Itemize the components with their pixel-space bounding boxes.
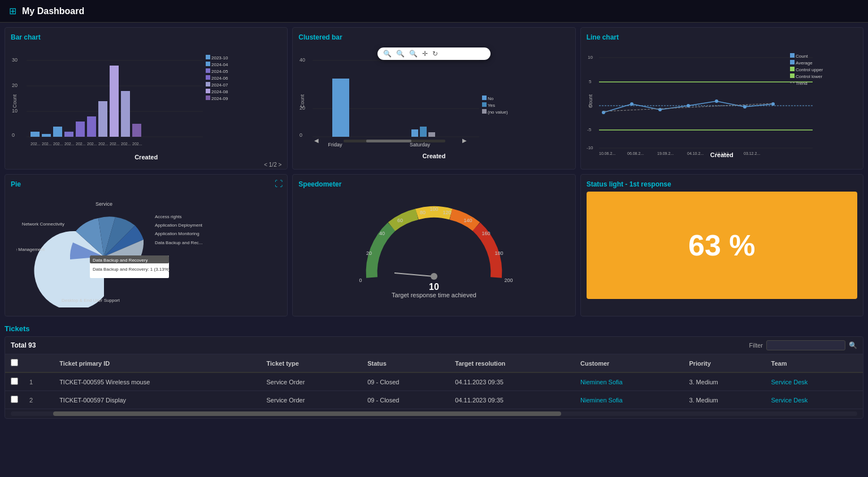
col-resolution[interactable]: Target resolution — [449, 354, 575, 372]
tick-80: 80 — [420, 210, 426, 215]
expand-icon[interactable]: ⛶ — [275, 179, 283, 188]
line-legend-3 — [790, 67, 795, 71]
tick-0: 0 — [359, 277, 362, 283]
y-axis-label: Count — [12, 94, 18, 109]
table-row: 1 TICKET-000595 Wireless mouse Service O… — [5, 372, 863, 391]
dashboard-icon: ⊞ — [9, 6, 16, 16]
clustered-legend-label-3: (no value) — [488, 110, 508, 115]
row1-team[interactable]: Service Desk — [766, 372, 863, 391]
needle-pivot — [431, 273, 437, 280]
speedometer-widget: Speedometer 0 20 40 60 80 100 — [292, 174, 575, 316]
filter-search-icon[interactable]: 🔍 — [849, 341, 857, 349]
status-light-title: Status light - 1st response — [587, 180, 857, 188]
x-label-l2: 06.08.2... — [627, 151, 644, 155]
x-label-3: 202... — [53, 142, 63, 146]
bar-5 — [76, 122, 85, 137]
col-team[interactable]: Team — [766, 354, 863, 372]
saturday-bar-2 — [420, 127, 427, 137]
dot-2 — [630, 102, 633, 106]
table-scrollbar[interactable] — [11, 411, 857, 416]
clustered-legend-1 — [482, 96, 487, 100]
clustered-legend-2 — [482, 102, 487, 107]
tick-200: 200 — [504, 277, 513, 283]
legend-label-6: 2024-08 — [211, 89, 228, 94]
row1-customer[interactable]: Nieminen Sofia — [575, 372, 683, 391]
row2-status: 09 - Closed — [362, 391, 449, 409]
line-chart-title: Line chart — [587, 33, 857, 41]
row2-resolution: 04.11.2023 09:35 — [449, 391, 575, 409]
y-tick-20: 20 — [12, 83, 18, 88]
x-label-8: 202... — [110, 142, 120, 146]
row2-checkbox[interactable] — [11, 396, 18, 403]
col-checkbox[interactable] — [5, 354, 24, 372]
row1-checkbox[interactable] — [11, 378, 18, 385]
bar-10 — [132, 124, 141, 137]
line-chart-svg: 10 5 0 -5 -10 — [587, 45, 857, 158]
row1-checkbox-cell[interactable] — [5, 372, 24, 391]
col-priority[interactable]: Priority — [683, 354, 765, 372]
clustered-legend-label-2: Yes — [488, 103, 495, 108]
label-desktop: Desktop & End User Support — [62, 298, 120, 303]
x-label-5: 202... — [76, 142, 86, 146]
select-all-checkbox[interactable] — [11, 359, 18, 366]
friday-label: Friday — [328, 142, 343, 148]
row1-id: TICKET-000595 Wireless mouse — [54, 372, 261, 391]
label-backup: Data Backup and Rec... — [155, 240, 203, 245]
bar-4 — [64, 132, 73, 137]
scroll-right[interactable]: ▶ — [462, 137, 467, 144]
table-body: 1 TICKET-000595 Wireless mouse Service O… — [5, 372, 863, 409]
x-label-10: 202... — [132, 142, 142, 146]
x-label-l6: 03.12.2... — [744, 151, 760, 155]
bar-2 — [42, 134, 51, 137]
bar-chart-svg: 30 20 10 0 Count — [11, 45, 281, 158]
filter-input[interactable] — [766, 340, 845, 350]
row2-priority: 3. Medium — [683, 391, 765, 409]
y-tick-n10l: -10 — [587, 145, 593, 150]
legend-label-4: 2024-06 — [211, 76, 228, 81]
speedometer-container: 0 20 40 60 80 100 120 140 160 180 200 10… — [298, 192, 569, 305]
search-icon-3: 🔍 — [409, 50, 418, 58]
row1-type: Service Order — [261, 372, 362, 391]
col-customer[interactable]: Customer — [575, 354, 683, 372]
x-label-1: 202... — [31, 142, 41, 146]
col-status[interactable]: Status — [362, 354, 449, 372]
bar-1 — [31, 132, 40, 137]
label-deployment: Application Deployment — [155, 223, 203, 228]
tickets-container: Total 93 Filter 🔍 Ticket primary ID Tick… — [5, 336, 863, 419]
legend-label-5: 2024-07 — [211, 83, 228, 88]
row2-customer[interactable]: Nieminen Sofia — [575, 391, 683, 409]
row2-checkbox-cell[interactable] — [5, 391, 24, 409]
row1-resolution: 04.11.2023 09:35 — [449, 372, 575, 391]
line-legend-label-3: Control upper — [796, 67, 823, 72]
speedometer-title: Speedometer — [298, 180, 569, 188]
tickets-header-row: Total 93 Filter 🔍 — [5, 337, 863, 354]
move-icon: ✛ — [422, 50, 428, 58]
x-label-l3: 19.09.2... — [657, 151, 674, 155]
friday-bar — [332, 79, 349, 137]
x-label-6: 202... — [87, 142, 97, 146]
tickets-total: Total 93 — [11, 341, 36, 349]
legend-label-2: 2024-04 — [211, 62, 228, 67]
bar-chart-pagination[interactable]: < 1/2 > — [11, 162, 281, 168]
legend-color-2 — [206, 62, 210, 66]
col-type[interactable]: Ticket type — [261, 354, 362, 372]
bar-9 — [121, 91, 130, 137]
needle — [394, 273, 434, 276]
scroll-left[interactable]: ◀ — [314, 137, 319, 144]
y-tick-10: 10 — [12, 108, 18, 114]
row2-team[interactable]: Service Desk — [766, 391, 863, 409]
y-tick-0c: 0 — [300, 132, 302, 138]
tick-60: 60 — [397, 218, 403, 223]
row2-type: Service Order — [261, 391, 362, 409]
row2-id: TICKET-000597 Display — [54, 391, 261, 409]
header: ⊞ My Dashboard — [0, 0, 868, 23]
status-light-box: 63 % — [587, 192, 857, 299]
speedometer-label: Target response time achieved — [392, 292, 476, 298]
legend-color-5 — [206, 82, 210, 86]
clustered-legend-3 — [482, 109, 487, 114]
dot-4 — [687, 104, 690, 107]
legend-label-1: 2023-10 — [211, 55, 228, 60]
dot-7 — [771, 102, 775, 106]
row1-status: 09 - Closed — [362, 372, 449, 391]
col-id[interactable]: Ticket primary ID — [54, 354, 261, 372]
